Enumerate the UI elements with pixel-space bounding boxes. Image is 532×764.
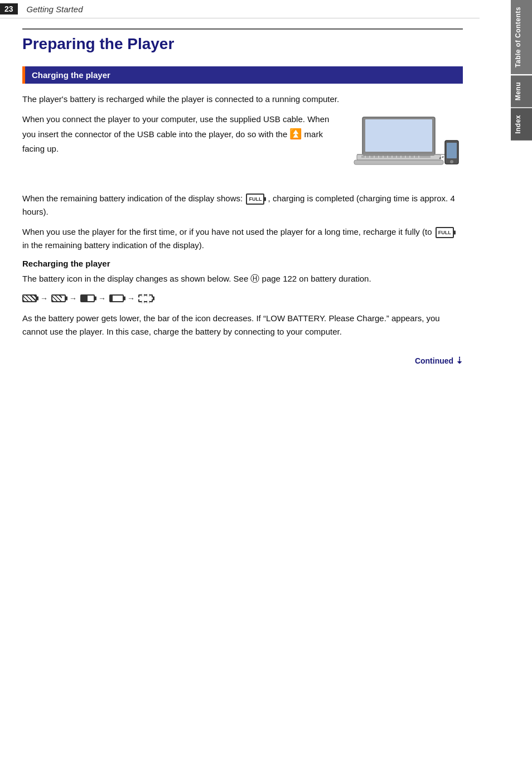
continued-arrow-icon: ⇣: [456, 356, 463, 365]
battery-icon-low: [109, 294, 124, 302]
sidebar-tab-toc[interactable]: Table of Contents: [511, 0, 532, 74]
paragraph-1: The player's battery is recharged while …: [22, 93, 463, 106]
charging-layout: When you connect the player to your comp…: [22, 113, 463, 185]
sidebar-tabs: Table of Contents Menu Index: [505, 0, 532, 764]
svg-rect-11: [402, 156, 405, 158]
svg-rect-12: [406, 156, 409, 158]
svg-rect-13: [410, 156, 414, 158]
low-battery-text: As the battery power gets lower, the bar…: [22, 312, 463, 339]
svg-rect-14: [415, 156, 418, 158]
svg-rect-1: [354, 160, 443, 165]
svg-rect-5: [375, 156, 378, 158]
battery-icon-three-quarter: [51, 294, 66, 302]
subsection-bar: Charging the player: [22, 66, 463, 84]
ref-icon: Ⓗ: [250, 274, 259, 283]
battery-full-icon-2: FULL: [436, 227, 454, 238]
svg-rect-7: [384, 156, 387, 158]
page-header-title: Getting Started: [27, 4, 83, 14]
paragraph-2-text: When you connect the player to your comp…: [22, 114, 329, 153]
svg-rect-17: [365, 119, 432, 152]
continued-footer: Continued ⇣: [22, 355, 463, 366]
svg-rect-20: [447, 143, 457, 158]
svg-rect-2: [361, 156, 365, 158]
battery-icon-full: [22, 294, 37, 302]
svg-rect-4: [370, 156, 374, 158]
charging-text: When you connect the player to your comp…: [22, 113, 338, 156]
section-rule: [22, 28, 463, 30]
svg-point-21: [450, 160, 453, 163]
svg-rect-15: [419, 156, 431, 158]
battery-icon-empty: | | | | | | | |: [138, 294, 153, 302]
svg-rect-8: [388, 156, 391, 158]
recharging-heading: Recharging the player: [22, 259, 463, 268]
page-number: 23: [0, 3, 18, 14]
page-header: 23 Getting Started: [0, 0, 480, 18]
battery-icon-half: [80, 294, 95, 302]
paragraph-4: When you use the player for the first ti…: [22, 225, 463, 252]
battery-full-icon: FULL: [246, 194, 264, 205]
sidebar-tab-index[interactable]: Index: [511, 108, 532, 141]
laptop-svg: [351, 113, 463, 185]
recharging-text: The battery icon in the display changes …: [22, 272, 463, 286]
svg-rect-10: [397, 156, 400, 158]
svg-rect-9: [393, 156, 396, 158]
svg-rect-3: [366, 156, 369, 158]
laptop-illustration: [351, 113, 463, 185]
paragraph-3: When the remaining battery indication of…: [22, 192, 463, 219]
subsection-title: Charging the player: [32, 70, 110, 80]
sidebar-tab-menu[interactable]: Menu: [511, 75, 532, 107]
section-title: Preparing the Player: [22, 35, 463, 53]
battery-icons-row: → → → → |: [22, 294, 463, 303]
svg-rect-6: [379, 156, 383, 158]
continued-label: Continued: [415, 356, 453, 365]
